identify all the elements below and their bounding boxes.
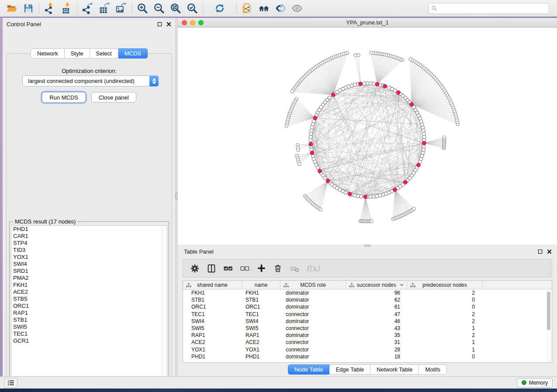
import-network-icon[interactable]	[42, 2, 58, 15]
mcds-result-item[interactable]: STB5	[11, 296, 167, 303]
mcds-result-item[interactable]: ACE2	[11, 289, 167, 296]
mcds-result-item[interactable]: FKH1	[11, 282, 167, 289]
maximize-window-icon[interactable]	[198, 20, 204, 25]
tab-network[interactable]: Network	[31, 48, 65, 58]
table-row[interactable]: ORC1ORC1dominator610	[183, 303, 552, 310]
mcds-result-item[interactable]: PHD1	[11, 226, 167, 233]
tab-motifs[interactable]: Motifs	[419, 364, 447, 375]
mcds-result-item[interactable]: TID3	[11, 247, 167, 254]
satellite-node[interactable]	[412, 207, 415, 211]
satellite-node[interactable]	[297, 148, 300, 151]
ring-node[interactable]	[422, 129, 425, 132]
mcds-node[interactable]	[313, 116, 317, 120]
table-row[interactable]: FKH1FKH1dominator962	[183, 289, 552, 296]
table-row[interactable]: PHD1PHD1dominator180	[183, 353, 552, 360]
select-all-icon[interactable]	[221, 262, 235, 275]
share-document-icon[interactable]	[239, 2, 256, 15]
satellite-node[interactable]	[319, 208, 322, 211]
ring-node[interactable]	[375, 194, 379, 198]
mcds-node[interactable]	[416, 163, 420, 167]
close-icon[interactable]	[547, 249, 552, 254]
mcds-node[interactable]	[404, 180, 408, 184]
mcds-result-item[interactable]: STB1	[11, 316, 167, 323]
ring-node[interactable]	[421, 151, 425, 155]
tab-edge-table[interactable]: Edge Table	[329, 364, 370, 375]
ring-node[interactable]	[309, 138, 312, 142]
import-table-icon[interactable]	[58, 2, 75, 15]
save-session-icon[interactable]	[20, 2, 37, 15]
mcds-result-item[interactable]: CAR1	[11, 233, 167, 240]
table-row[interactable]: YOX1YOX1connector291	[183, 346, 552, 353]
genemania-icon[interactable]	[256, 2, 272, 15]
table-scrollbar[interactable]	[546, 290, 551, 362]
column-header-predecessor-nodes[interactable]: predecessor nodes	[407, 281, 483, 289]
table-row[interactable]: SWI4SWI4dominator462	[183, 318, 552, 325]
run-mcds-button[interactable]: Run MCDS	[42, 92, 86, 103]
result-scrollbar[interactable]	[162, 226, 167, 380]
task-history-button[interactable]	[4, 378, 17, 388]
satellite-node[interactable]	[291, 90, 294, 93]
mcds-node[interactable]	[326, 179, 330, 183]
zoom-out-icon[interactable]	[151, 2, 167, 15]
tab-network-table[interactable]: Network Table	[370, 364, 419, 375]
search-input[interactable]	[437, 5, 546, 11]
satellite-node[interactable]	[370, 220, 374, 223]
ring-node[interactable]	[387, 86, 391, 89]
satellite-node[interactable]	[443, 136, 446, 139]
show-graphics-icon[interactable]	[289, 2, 305, 15]
mcds-result-item[interactable]: RAP1	[11, 309, 167, 316]
table-row[interactable]: TEC1TEC1connector472	[183, 311, 552, 318]
mcds-node[interactable]	[359, 82, 363, 86]
float-icon[interactable]	[157, 21, 162, 27]
close-window-icon[interactable]	[182, 20, 187, 25]
mcds-result-item[interactable]: STP4	[11, 240, 167, 247]
mcds-result-item[interactable]: YOX1	[11, 254, 167, 261]
mcds-node[interactable]	[396, 91, 400, 95]
mcds-node[interactable]	[422, 141, 426, 145]
close-icon[interactable]	[166, 21, 171, 27]
ring-node[interactable]	[323, 176, 327, 180]
mcds-node[interactable]	[410, 103, 414, 107]
export-image-icon[interactable]	[113, 2, 129, 15]
show-columns-icon[interactable]	[205, 262, 218, 275]
mcds-result-item[interactable]: TEC1	[11, 330, 167, 337]
zoom-selected-icon[interactable]	[184, 2, 201, 15]
deselect-all-icon[interactable]	[238, 262, 251, 275]
satellite-node[interactable]	[298, 162, 301, 166]
network-canvas[interactable]	[178, 28, 557, 244]
mcds-result-list[interactable]: PHD1CAR1STP4TID3YOX1SWI4SRD1PMA2FKH1ACE2…	[11, 225, 167, 380]
column-header-shared-name[interactable]: shared name	[183, 281, 242, 289]
ring-node[interactable]	[344, 191, 347, 194]
tab-style[interactable]: Style	[65, 48, 90, 58]
tab-select[interactable]: Select	[90, 48, 118, 58]
search-box[interactable]	[428, 3, 549, 14]
column-header-successor-nodes[interactable]: successor nodes	[346, 281, 407, 289]
table-settings-gear-icon[interactable]	[188, 262, 201, 275]
mcds-node[interactable]	[318, 169, 322, 173]
satellite-node[interactable]	[354, 54, 357, 57]
ring-node[interactable]	[353, 194, 356, 197]
memory-button[interactable]: Memory	[517, 378, 553, 388]
mcds-node[interactable]	[348, 192, 352, 196]
hide-graphics-icon[interactable]	[272, 2, 289, 15]
mcds-result-item[interactable]: GCR1	[11, 337, 167, 344]
table-row[interactable]: STB1STB1dominator620	[183, 296, 552, 303]
mcds-result-item[interactable]: SWI4	[11, 261, 167, 268]
mcds-node[interactable]	[309, 142, 313, 146]
column-header-MCDS-role[interactable]: MCDS role	[280, 281, 346, 289]
open-session-icon[interactable]	[3, 2, 20, 15]
zoom-fit-icon[interactable]	[167, 2, 184, 15]
table-row[interactable]: ACE2ACE2connector311	[183, 339, 552, 346]
mcds-node[interactable]	[363, 195, 367, 199]
tab-node-table[interactable]: Node Table	[288, 364, 330, 375]
horizontal-splitter-handle[interactable]	[364, 244, 371, 247]
ring-node[interactable]	[310, 126, 314, 129]
mcds-result-item[interactable]: ORC1	[11, 303, 167, 309]
ring-node[interactable]	[359, 195, 363, 198]
table-row[interactable]: RAP1RAP1dominator352	[183, 332, 552, 339]
table-scrollbar-thumb[interactable]	[547, 292, 550, 330]
mcds-result-item[interactable]: SRD1	[11, 268, 167, 275]
ring-node[interactable]	[363, 82, 366, 85]
tab-mcds[interactable]: MCDS	[118, 48, 148, 58]
network-titlebar[interactable]: YPA_prune.txt_1	[178, 18, 557, 28]
